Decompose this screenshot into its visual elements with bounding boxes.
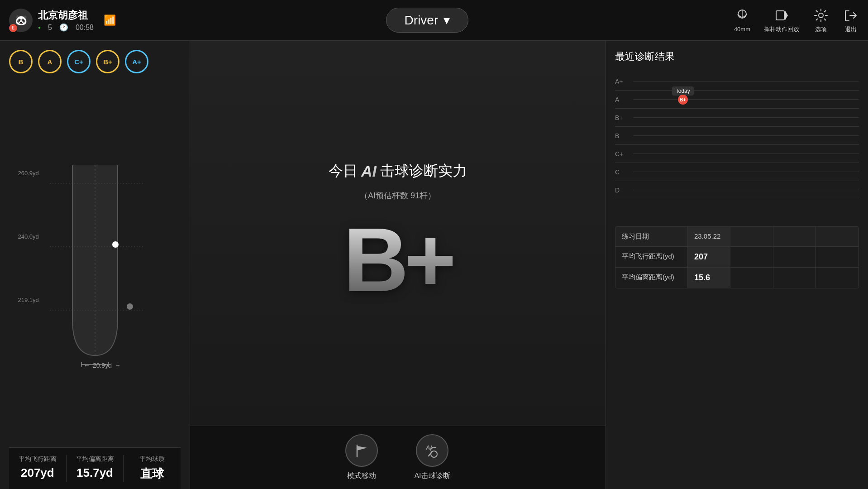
table-header-date-1: 23.05.22	[688, 227, 730, 246]
table-header-date-3	[773, 227, 816, 246]
distance-label: ← 20.9yd →	[84, 362, 121, 369]
grade-line-c	[633, 172, 859, 172]
center-panel: 今日 AI 击球诊断实力 （AI预估杆数 91杆） B+ 模式移动	[190, 41, 606, 489]
score-value: 5	[48, 24, 52, 32]
avatar: 🐼 E	[9, 9, 33, 32]
table-header-label: 练习日期	[615, 227, 688, 246]
today-dot: B+	[678, 95, 688, 105]
stat-offset-distance: 平均偏离距离 15.7yd	[67, 455, 124, 482]
club-name: Driver	[405, 13, 439, 28]
table-offset-value-3	[773, 268, 816, 288]
grade-chart: A+ A Today B+ B+ B	[615, 72, 859, 217]
grade-label-c-plus: C+	[615, 150, 633, 158]
user-name: 北京胡彦祖	[38, 9, 94, 22]
user-meta: ● 5 🕐 00:58	[38, 23, 94, 32]
replay-icon	[773, 7, 790, 24]
ball-dot-gray	[127, 303, 133, 310]
wifi-icon: 📶	[104, 14, 116, 26]
exit-icon	[843, 7, 859, 24]
grade-label-b: B	[615, 132, 633, 139]
grade-label-a-plus: A+	[615, 78, 633, 85]
ball-dot-white	[112, 241, 119, 248]
table-flight-value-2	[730, 247, 773, 267]
right-title: 最近诊断结果	[615, 50, 859, 63]
table-offset-value-4	[816, 268, 858, 288]
fairway-svg	[18, 156, 172, 374]
ai-text: AI	[361, 163, 377, 180]
ai-golf-icon: AI	[422, 441, 442, 460]
grade-badge-c-plus[interactable]: C+	[67, 50, 91, 73]
distance-arrow-right: →	[114, 362, 121, 369]
title-prefix: 今日	[329, 161, 358, 181]
svg-rect-2	[776, 11, 784, 20]
mode-move-button[interactable]: 模式移动	[345, 434, 378, 481]
main-layout: B A C+ B+ A+ 260.9yd 240.0yd 219.1yd	[0, 41, 868, 489]
table-flight-value-4	[816, 247, 858, 267]
table-header-date-4	[816, 227, 858, 246]
grade-display: 今日 AI 击球诊断实力 （AI预估杆数 91杆） B+	[190, 41, 606, 426]
data-table: 练习日期 23.05.22 平均飞行距离(yd) 207 平均偏离距离(yd) …	[615, 226, 859, 288]
header-center: Driver ▾	[120, 8, 734, 33]
grade-line-b-plus	[633, 117, 859, 118]
stat-quality-label: 平均球质	[139, 455, 165, 463]
mode-move-icon	[345, 434, 378, 467]
table-header-date-2	[730, 227, 773, 246]
grade-line-b	[633, 135, 859, 136]
club-selector[interactable]: Driver ▾	[386, 8, 469, 33]
grade-badge-b-plus[interactable]: B+	[96, 50, 119, 73]
stat-ball-quality: 平均球质 直球	[124, 455, 181, 482]
grade-row-a: A Today B+	[615, 91, 859, 109]
grade-badge-b[interactable]: B	[9, 50, 33, 73]
stat-quality-value: 直球	[140, 466, 164, 482]
table-row-offset: 平均偏离距离(yd) 15.6	[615, 267, 858, 288]
stat-offset-value: 15.7yd	[76, 466, 113, 480]
rank-badge: E	[9, 24, 17, 32]
gear-icon	[813, 7, 829, 24]
grade-badge-a-plus[interactable]: A+	[125, 50, 148, 73]
replay-label: 挥杆动作回放	[764, 25, 799, 34]
table-flight-value-1: 207	[688, 247, 730, 267]
svg-point-4	[819, 13, 823, 18]
stats-bar: 平均飞行距离 207yd 平均偏离距离 15.7yd 平均球质 直球	[9, 447, 181, 489]
flag-icon	[353, 441, 371, 460]
ai-diagnosis-icon-circle: AI	[416, 434, 448, 467]
right-panel: 最近诊断结果 A+ A Today B+ B+	[606, 41, 868, 489]
avatar-icon: 🐼	[15, 14, 27, 26]
shot-chart: 260.9yd 240.0yd 219.1yd	[9, 82, 181, 447]
stat-offset-label: 平均偏离距离	[76, 455, 114, 463]
header-actions: 40mm 挥杆动作回放 选项 退出	[734, 7, 859, 34]
ai-diagnosis-button[interactable]: AI AI击球诊断	[414, 434, 450, 481]
grade-subtitle: （AI预估杆数 91杆）	[360, 190, 436, 201]
grade-label-d: D	[615, 187, 633, 194]
chevron-down-icon: ▾	[444, 13, 450, 28]
grade-label-b-plus: B+	[615, 114, 633, 121]
replay-action[interactable]: 挥杆动作回放	[764, 7, 799, 34]
lens-label: 40mm	[734, 26, 750, 33]
header: 🐼 E 北京胡彦祖 ● 5 🕐 00:58 📶 Driver ▾	[0, 0, 868, 41]
table-row-flight: 平均飞行距离(yd) 207	[615, 246, 858, 267]
table-offset-label: 平均偏离距离(yd)	[615, 268, 688, 288]
table-header-row: 练习日期 23.05.22	[615, 227, 858, 246]
status-dot: ●	[38, 25, 41, 30]
grade-row-a-plus: A+	[615, 72, 859, 91]
grade-line-a: Today B+	[633, 99, 859, 100]
table-offset-value-1: 15.6	[688, 268, 730, 288]
svg-line-15	[429, 451, 432, 456]
grade-badge-a[interactable]: A	[38, 50, 62, 73]
grade-row-b: B	[615, 127, 859, 145]
grade-line-a-plus	[633, 81, 859, 82]
lens-action[interactable]: 40mm	[734, 8, 750, 33]
svg-marker-3	[785, 11, 788, 20]
mode-move-label: 模式移动	[347, 471, 376, 481]
bottom-actions: 模式移动 AI AI击球诊断	[190, 426, 606, 489]
grade-badges: B A C+ B+ A+	[9, 50, 181, 73]
ai-diagnosis-label: AI击球诊断	[414, 471, 450, 481]
exit-label: 退出	[845, 25, 857, 34]
title-suffix: 击球诊断实力	[380, 161, 467, 181]
distance-arrow-left: ←	[84, 362, 90, 369]
lens-icon	[734, 8, 750, 24]
settings-action[interactable]: 选项	[813, 7, 829, 34]
table-offset-value-2	[730, 268, 773, 288]
exit-action[interactable]: 退出	[843, 7, 859, 34]
grade-label-a: A	[615, 96, 633, 103]
